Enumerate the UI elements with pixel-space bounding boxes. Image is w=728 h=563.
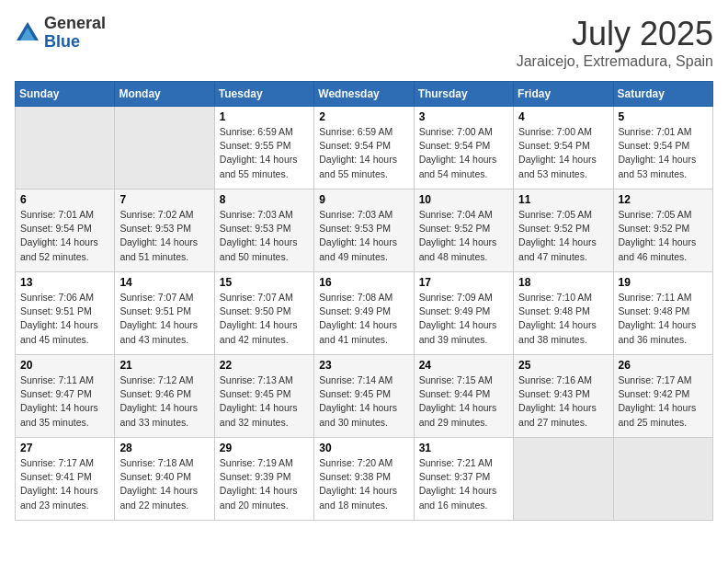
calendar-cell	[16, 107, 115, 190]
calendar-cell: 24Sunrise: 7:15 AMSunset: 9:44 PMDayligh…	[414, 355, 513, 438]
day-number: 12	[619, 193, 708, 206]
day-info: Sunrise: 7:07 AMSunset: 9:51 PMDaylight:…	[119, 291, 209, 347]
calendar-cell: 19Sunrise: 7:11 AMSunset: 9:48 PMDayligh…	[613, 272, 712, 355]
day-number: 29	[220, 442, 309, 454]
day-number: 24	[419, 359, 508, 372]
month-title: July 2025	[517, 15, 713, 53]
calendar-cell: 18Sunrise: 7:10 AMSunset: 9:48 PMDayligh…	[514, 272, 613, 355]
logo-blue: Blue	[44, 33, 106, 52]
weekday-row: SundayMondayTuesdayWednesdayThursdayFrid…	[16, 82, 713, 107]
day-number: 2	[319, 110, 408, 123]
day-info: Sunrise: 7:08 AMSunset: 9:49 PMDaylight:…	[319, 291, 408, 347]
day-info: Sunrise: 7:10 AMSunset: 9:48 PMDaylight:…	[518, 291, 608, 347]
day-info: Sunrise: 7:00 AMSunset: 9:54 PMDaylight:…	[518, 125, 608, 181]
weekday-header: Friday	[514, 82, 613, 107]
calendar-cell: 10Sunrise: 7:04 AMSunset: 9:52 PMDayligh…	[414, 190, 513, 272]
calendar-cell: 11Sunrise: 7:05 AMSunset: 9:52 PMDayligh…	[514, 190, 613, 272]
day-number: 23	[319, 359, 408, 372]
calendar-body: 1Sunrise: 6:59 AMSunset: 9:55 PMDaylight…	[16, 107, 713, 521]
day-number: 3	[419, 110, 508, 123]
day-number: 10	[419, 193, 508, 206]
calendar-cell: 25Sunrise: 7:16 AMSunset: 9:43 PMDayligh…	[514, 355, 613, 438]
day-info: Sunrise: 7:05 AMSunset: 9:52 PMDaylight:…	[619, 208, 708, 264]
calendar-cell: 8Sunrise: 7:03 AMSunset: 9:53 PMDaylight…	[214, 190, 313, 272]
day-info: Sunrise: 7:11 AMSunset: 9:47 PMDaylight:…	[20, 373, 109, 430]
day-number: 25	[518, 359, 608, 372]
day-number: 21	[119, 359, 209, 372]
day-number: 20	[20, 359, 109, 372]
calendar-cell: 28Sunrise: 7:18 AMSunset: 9:40 PMDayligh…	[115, 438, 214, 521]
calendar-cell	[514, 438, 613, 521]
calendar-cell: 1Sunrise: 6:59 AMSunset: 9:55 PMDaylight…	[214, 107, 313, 190]
calendar-week-row: 20Sunrise: 7:11 AMSunset: 9:47 PMDayligh…	[16, 355, 713, 438]
day-number: 11	[518, 193, 608, 206]
day-number: 14	[119, 276, 209, 289]
calendar-cell: 20Sunrise: 7:11 AMSunset: 9:47 PMDayligh…	[16, 355, 115, 438]
calendar-cell: 9Sunrise: 7:03 AMSunset: 9:53 PMDaylight…	[314, 190, 414, 272]
day-number: 7	[119, 193, 209, 206]
day-info: Sunrise: 7:21 AMSunset: 9:37 PMDaylight:…	[419, 456, 508, 512]
calendar-cell: 29Sunrise: 7:19 AMSunset: 9:39 PMDayligh…	[214, 438, 313, 521]
day-info: Sunrise: 7:03 AMSunset: 9:53 PMDaylight:…	[220, 208, 309, 264]
page-header: General Blue July 2025 Jaraicejo, Extrem…	[15, 15, 713, 70]
calendar-cell: 3Sunrise: 7:00 AMSunset: 9:54 PMDaylight…	[414, 107, 513, 190]
location: Jaraicejo, Extremadura, Spain	[517, 53, 713, 70]
day-number: 22	[220, 359, 309, 372]
weekday-header: Sunday	[16, 82, 115, 107]
day-info: Sunrise: 7:04 AMSunset: 9:52 PMDaylight:…	[419, 208, 508, 264]
calendar-cell: 31Sunrise: 7:21 AMSunset: 9:37 PMDayligh…	[414, 438, 513, 521]
calendar-cell: 6Sunrise: 7:01 AMSunset: 9:54 PMDaylight…	[16, 190, 115, 272]
day-info: Sunrise: 7:01 AMSunset: 9:54 PMDaylight:…	[20, 208, 109, 264]
calendar-cell	[613, 438, 712, 521]
calendar-cell: 14Sunrise: 7:07 AMSunset: 9:51 PMDayligh…	[115, 272, 214, 355]
day-number: 27	[20, 442, 109, 454]
day-info: Sunrise: 7:06 AMSunset: 9:51 PMDaylight:…	[20, 291, 109, 347]
weekday-header: Monday	[115, 82, 214, 107]
calendar-week-row: 13Sunrise: 7:06 AMSunset: 9:51 PMDayligh…	[16, 272, 713, 355]
weekday-header: Thursday	[414, 82, 513, 107]
calendar-week-row: 1Sunrise: 6:59 AMSunset: 9:55 PMDaylight…	[16, 107, 713, 190]
calendar-cell: 5Sunrise: 7:01 AMSunset: 9:54 PMDaylight…	[613, 107, 712, 190]
calendar-cell: 22Sunrise: 7:13 AMSunset: 9:45 PMDayligh…	[214, 355, 313, 438]
day-number: 17	[419, 276, 508, 289]
day-number: 1	[220, 110, 309, 123]
day-info: Sunrise: 7:17 AMSunset: 9:41 PMDaylight:…	[20, 456, 109, 512]
calendar-week-row: 6Sunrise: 7:01 AMSunset: 9:54 PMDaylight…	[16, 190, 713, 272]
day-info: Sunrise: 7:18 AMSunset: 9:40 PMDaylight:…	[119, 456, 209, 512]
day-info: Sunrise: 7:12 AMSunset: 9:46 PMDaylight:…	[119, 373, 209, 430]
logo-general: General	[44, 15, 106, 33]
day-number: 19	[619, 276, 708, 289]
day-info: Sunrise: 7:19 AMSunset: 9:39 PMDaylight:…	[220, 456, 309, 512]
calendar-cell: 23Sunrise: 7:14 AMSunset: 9:45 PMDayligh…	[314, 355, 414, 438]
day-info: Sunrise: 7:13 AMSunset: 9:45 PMDaylight:…	[220, 373, 309, 430]
day-number: 4	[518, 110, 608, 123]
day-info: Sunrise: 7:20 AMSunset: 9:38 PMDaylight:…	[319, 456, 408, 512]
calendar-cell: 15Sunrise: 7:07 AMSunset: 9:50 PMDayligh…	[214, 272, 313, 355]
day-number: 16	[319, 276, 408, 289]
calendar-cell: 4Sunrise: 7:00 AMSunset: 9:54 PMDaylight…	[514, 107, 613, 190]
calendar-cell: 27Sunrise: 7:17 AMSunset: 9:41 PMDayligh…	[16, 438, 115, 521]
day-number: 30	[319, 442, 408, 454]
day-info: Sunrise: 7:14 AMSunset: 9:45 PMDaylight:…	[319, 373, 408, 430]
day-info: Sunrise: 7:11 AMSunset: 9:48 PMDaylight:…	[619, 291, 708, 347]
calendar-cell	[115, 107, 214, 190]
weekday-header: Saturday	[613, 82, 712, 107]
calendar-cell: 30Sunrise: 7:20 AMSunset: 9:38 PMDayligh…	[314, 438, 414, 521]
logo-icon	[15, 20, 40, 46]
day-number: 15	[220, 276, 309, 289]
logo-text: General Blue	[44, 15, 106, 52]
title-block: July 2025 Jaraicejo, Extremadura, Spain	[517, 15, 713, 70]
day-info: Sunrise: 7:07 AMSunset: 9:50 PMDaylight:…	[220, 291, 309, 347]
calendar-week-row: 27Sunrise: 7:17 AMSunset: 9:41 PMDayligh…	[16, 438, 713, 521]
day-info: Sunrise: 6:59 AMSunset: 9:55 PMDaylight:…	[220, 125, 309, 181]
day-info: Sunrise: 7:05 AMSunset: 9:52 PMDaylight:…	[518, 208, 608, 264]
calendar-header: SundayMondayTuesdayWednesdayThursdayFrid…	[16, 82, 713, 107]
day-number: 13	[20, 276, 109, 289]
day-number: 31	[419, 442, 508, 454]
day-number: 8	[220, 193, 309, 206]
day-number: 28	[119, 442, 209, 454]
day-info: Sunrise: 7:09 AMSunset: 9:49 PMDaylight:…	[419, 291, 508, 347]
day-info: Sunrise: 7:01 AMSunset: 9:54 PMDaylight:…	[619, 125, 708, 181]
calendar-cell: 16Sunrise: 7:08 AMSunset: 9:49 PMDayligh…	[314, 272, 414, 355]
day-info: Sunrise: 7:02 AMSunset: 9:53 PMDaylight:…	[119, 208, 209, 264]
